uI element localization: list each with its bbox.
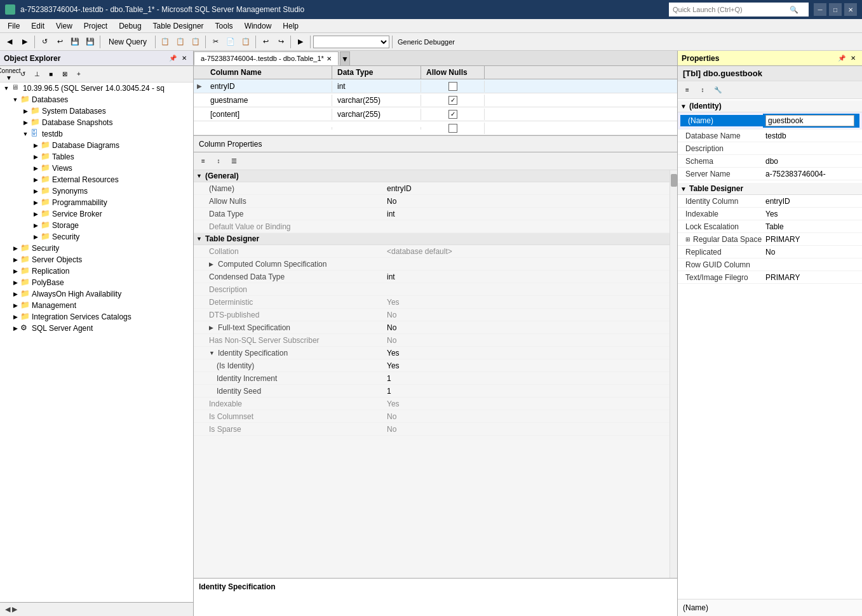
alwayson-expand-icon[interactable]: ▶ [10, 289, 20, 299]
toolbar-save[interactable]: 💾 [68, 35, 82, 49]
menu-window[interactable]: Window [239, 20, 277, 32]
prop-item-replicated[interactable]: Replicated No [678, 246, 862, 258]
quick-launch[interactable]: 🔍 [669, 3, 809, 17]
row-cell-entryid-type[interactable]: int [332, 81, 421, 92]
toolbar-btn-c[interactable]: 📋 [189, 35, 203, 49]
security-db-expand-icon[interactable]: ▶ [30, 232, 41, 242]
views-expand-icon[interactable]: ▶ [30, 163, 41, 173]
column-properties-tab[interactable]: Column Properties [194, 136, 677, 152]
polybase-expand-icon[interactable]: ▶ [10, 278, 20, 288]
toolbar-execute[interactable]: ▶ [293, 35, 307, 49]
table-row-content[interactable]: [content] varchar(255) [194, 107, 677, 121]
prop-item-lock-escalation[interactable]: Lock Escalation Table [678, 220, 862, 233]
oe-new[interactable]: + [72, 68, 85, 81]
oe-disconnect[interactable]: ⊠ [58, 68, 71, 81]
props-toolbar-alphabetical[interactable]: ↕ [212, 154, 226, 168]
tree-integration-services[interactable]: ▶ 📁 Integration Services Catalogs [0, 311, 193, 323]
oe-refresh[interactable]: ↺ [17, 68, 29, 81]
quick-launch-input[interactable] [673, 6, 787, 13]
oe-filter[interactable]: ⊥ [30, 68, 43, 81]
rds-expand-icon[interactable]: ⊞ [685, 236, 693, 243]
prop-item-schema[interactable]: Schema dbo [678, 155, 862, 168]
prop-item-identity-column[interactable]: Identity Column entryID [678, 195, 862, 208]
tree-service-broker[interactable]: ▶ 📁 Service Broker [0, 208, 193, 220]
props-toolbar-properties[interactable]: ☰ [227, 154, 241, 168]
row-cell-content-type[interactable]: varchar(255) [332, 109, 421, 120]
tree-security-top[interactable]: ▶ 📁 Security [0, 243, 193, 254]
prop-name-value[interactable] [763, 114, 859, 128]
tree-storage[interactable]: ▶ 📁 Storage [0, 220, 193, 231]
tab-table-editor[interactable]: a-752383746004-.testdb - dbo.Table_1* ✕ [194, 51, 339, 65]
prop-item-indexable[interactable]: Indexable Yes [678, 208, 862, 220]
row-cell-content-name[interactable]: [content] [205, 109, 332, 120]
toolbar-btn-a[interactable]: 📋 [158, 35, 172, 49]
tree-testdb[interactable]: ▼ 🗄 testdb [0, 128, 193, 140]
tree-container[interactable]: ▼ 🖥 10.39.96.5 (SQL Server 14.0.3045.24 … [0, 83, 193, 602]
snapshots-expand-icon[interactable]: ▶ [20, 117, 30, 128]
prop-item-regular-data-space[interactable]: ⊞ Regular Data Space PRIMARY [678, 233, 862, 246]
row-cell-empty-name[interactable] [205, 127, 332, 130]
props-row-identity-spec[interactable]: ▼ Identity Specification Yes [194, 347, 670, 359]
checkbox-guestname[interactable] [448, 96, 457, 105]
prop-item-name[interactable]: (Name) [678, 112, 862, 130]
tree-databases[interactable]: ▼ 📁 Databases [0, 94, 193, 105]
toolbar-forward[interactable]: ▶ [18, 35, 32, 49]
props-row-computed[interactable]: ▶ Computed Column Specification [194, 258, 670, 271]
props-alpha-btn[interactable]: ↕ [696, 83, 710, 97]
toolbar-redo[interactable]: ↪ [274, 35, 288, 49]
props-toolbar-categorized[interactable]: ≡ [196, 154, 210, 168]
toolbar-btn-b[interactable]: 📋 [173, 35, 187, 49]
row-cell-empty-type[interactable] [332, 127, 421, 130]
database-combo[interactable] [313, 36, 389, 48]
is-expand-icon[interactable]: ▶ [10, 312, 20, 322]
props-group-td-header[interactable]: ▼ Table Designer [194, 233, 670, 245]
restore-button[interactable]: □ [829, 3, 842, 16]
tree-db-snapshots[interactable]: ▶ 📁 Database Snapshots [0, 117, 193, 128]
tree-server-objects[interactable]: ▶ 📁 Server Objects [0, 254, 193, 265]
menu-file[interactable]: File [3, 20, 25, 32]
oe-stop[interactable]: ■ [44, 68, 57, 81]
tree-views[interactable]: ▶ 📁 Views [0, 163, 193, 174]
tree-management[interactable]: ▶ 📁 Management [0, 300, 193, 311]
external-expand-icon[interactable]: ▶ [30, 175, 41, 185]
props-panel-scrollable[interactable]: ▼ (Identity) (Name) Database Name testdb… [678, 99, 862, 599]
tree-programmability[interactable]: ▶ 📁 Programmability [0, 197, 193, 208]
menu-help[interactable]: Help [278, 20, 304, 32]
server-obj-expand-icon[interactable]: ▶ [10, 255, 20, 265]
testdb-expand-icon[interactable]: ▼ [20, 129, 30, 139]
tree-server[interactable]: ▼ 🖥 10.39.96.5 (SQL Server 14.0.3045.24 … [0, 83, 193, 94]
tree-replication[interactable]: ▶ 📁 Replication [0, 265, 193, 277]
tree-synonyms[interactable]: ▶ 📁 Synonyms [0, 185, 193, 197]
row-cell-empty-nulls[interactable] [421, 123, 485, 134]
menu-project[interactable]: Project [79, 20, 112, 32]
toolbar-cut[interactable]: ✂ [208, 35, 222, 49]
props-categorized-btn[interactable]: ≡ [680, 83, 694, 97]
security-top-expand-icon[interactable]: ▶ [10, 243, 20, 253]
props-scrollable[interactable]: ▼ (General) (Name) entryID Allow Nulls N… [194, 170, 670, 578]
tree-security-db[interactable]: ▶ 📁 Security [0, 231, 193, 243]
row-cell-guestname-nulls[interactable] [421, 95, 485, 106]
prop-name-input[interactable] [765, 115, 854, 126]
table-row-empty[interactable] [194, 121, 677, 135]
panel-pin-button[interactable]: 📌 [168, 53, 178, 64]
prop-item-description[interactable]: Description [678, 142, 862, 155]
close-button[interactable]: ✕ [844, 3, 857, 16]
prop-section-td-header[interactable]: ▼ Table Designer [678, 183, 862, 195]
props-group-general-header[interactable]: ▼ (General) [194, 170, 670, 182]
tree-external-resources[interactable]: ▶ 📁 External Resources [0, 174, 193, 185]
toolbar-undo[interactable]: ↩ [53, 35, 67, 49]
prog-expand-icon[interactable]: ▶ [30, 198, 41, 208]
menu-debug[interactable]: Debug [114, 20, 146, 32]
menu-table-designer[interactable]: Table Designer [148, 20, 209, 32]
table-row-entryid[interactable]: ▶ entryID int [194, 79, 677, 93]
row-cell-guestname-name[interactable]: guestname [205, 95, 332, 106]
maximize-tab-button[interactable]: ▼ [340, 51, 350, 65]
tree-tables[interactable]: ▶ 📁 Tables [0, 151, 193, 163]
toolbar-save2[interactable]: 💾 [83, 35, 97, 49]
diagrams-expand-icon[interactable]: ▶ [30, 140, 41, 151]
panel-close-button[interactable]: ✕ [179, 53, 189, 64]
prop-item-server-name[interactable]: Server Name a-752383746004- [678, 168, 862, 180]
row-cell-entryid-nulls[interactable] [421, 81, 485, 92]
toolbar-copy[interactable]: 📄 [224, 35, 238, 49]
props-scrollbar[interactable] [670, 170, 677, 578]
